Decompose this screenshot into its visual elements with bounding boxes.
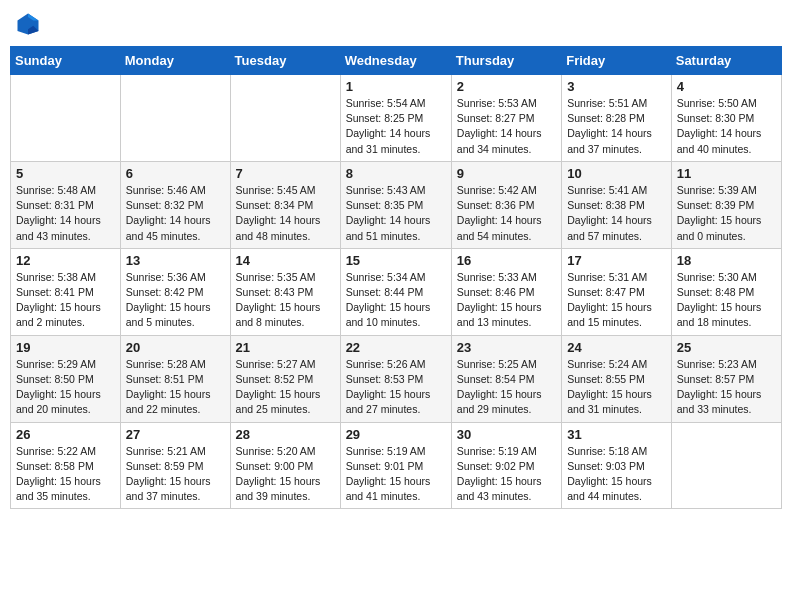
day-info: Sunrise: 5:26 AMSunset: 8:53 PMDaylight:… — [346, 357, 446, 418]
day-info: Sunrise: 5:22 AMSunset: 8:58 PMDaylight:… — [16, 444, 115, 505]
calendar-cell: 20Sunrise: 5:28 AMSunset: 8:51 PMDayligh… — [120, 335, 230, 422]
day-info: Sunrise: 5:51 AMSunset: 8:28 PMDaylight:… — [567, 96, 666, 157]
day-number: 20 — [126, 340, 225, 355]
calendar-cell: 27Sunrise: 5:21 AMSunset: 8:59 PMDayligh… — [120, 422, 230, 509]
calendar-cell: 25Sunrise: 5:23 AMSunset: 8:57 PMDayligh… — [671, 335, 781, 422]
day-number: 25 — [677, 340, 776, 355]
calendar-header-thursday: Thursday — [451, 47, 561, 75]
calendar-week-row: 1Sunrise: 5:54 AMSunset: 8:25 PMDaylight… — [11, 75, 782, 162]
logo-icon — [14, 10, 42, 38]
day-info: Sunrise: 5:19 AMSunset: 9:02 PMDaylight:… — [457, 444, 556, 505]
day-number: 12 — [16, 253, 115, 268]
calendar-week-row: 12Sunrise: 5:38 AMSunset: 8:41 PMDayligh… — [11, 248, 782, 335]
day-info: Sunrise: 5:28 AMSunset: 8:51 PMDaylight:… — [126, 357, 225, 418]
calendar-header-wednesday: Wednesday — [340, 47, 451, 75]
day-number: 21 — [236, 340, 335, 355]
day-number: 7 — [236, 166, 335, 181]
calendar-cell: 3Sunrise: 5:51 AMSunset: 8:28 PMDaylight… — [562, 75, 672, 162]
day-number: 30 — [457, 427, 556, 442]
day-number: 31 — [567, 427, 666, 442]
calendar-cell: 24Sunrise: 5:24 AMSunset: 8:55 PMDayligh… — [562, 335, 672, 422]
day-number: 24 — [567, 340, 666, 355]
day-number: 3 — [567, 79, 666, 94]
calendar-cell: 19Sunrise: 5:29 AMSunset: 8:50 PMDayligh… — [11, 335, 121, 422]
day-info: Sunrise: 5:41 AMSunset: 8:38 PMDaylight:… — [567, 183, 666, 244]
day-info: Sunrise: 5:35 AMSunset: 8:43 PMDaylight:… — [236, 270, 335, 331]
calendar-cell: 26Sunrise: 5:22 AMSunset: 8:58 PMDayligh… — [11, 422, 121, 509]
day-info: Sunrise: 5:43 AMSunset: 8:35 PMDaylight:… — [346, 183, 446, 244]
calendar-cell: 17Sunrise: 5:31 AMSunset: 8:47 PMDayligh… — [562, 248, 672, 335]
day-number: 22 — [346, 340, 446, 355]
day-info: Sunrise: 5:46 AMSunset: 8:32 PMDaylight:… — [126, 183, 225, 244]
calendar-cell: 13Sunrise: 5:36 AMSunset: 8:42 PMDayligh… — [120, 248, 230, 335]
calendar-header-tuesday: Tuesday — [230, 47, 340, 75]
calendar-cell: 5Sunrise: 5:48 AMSunset: 8:31 PMDaylight… — [11, 161, 121, 248]
day-number: 26 — [16, 427, 115, 442]
calendar-header-row: SundayMondayTuesdayWednesdayThursdayFrid… — [11, 47, 782, 75]
day-number: 11 — [677, 166, 776, 181]
calendar-cell: 22Sunrise: 5:26 AMSunset: 8:53 PMDayligh… — [340, 335, 451, 422]
calendar-cell: 11Sunrise: 5:39 AMSunset: 8:39 PMDayligh… — [671, 161, 781, 248]
day-info: Sunrise: 5:33 AMSunset: 8:46 PMDaylight:… — [457, 270, 556, 331]
calendar-cell: 18Sunrise: 5:30 AMSunset: 8:48 PMDayligh… — [671, 248, 781, 335]
day-number: 29 — [346, 427, 446, 442]
day-info: Sunrise: 5:20 AMSunset: 9:00 PMDaylight:… — [236, 444, 335, 505]
day-number: 23 — [457, 340, 556, 355]
day-number: 2 — [457, 79, 556, 94]
calendar-cell: 1Sunrise: 5:54 AMSunset: 8:25 PMDaylight… — [340, 75, 451, 162]
calendar-cell — [671, 422, 781, 509]
day-number: 13 — [126, 253, 225, 268]
day-number: 1 — [346, 79, 446, 94]
calendar-header-sunday: Sunday — [11, 47, 121, 75]
calendar-header-saturday: Saturday — [671, 47, 781, 75]
day-info: Sunrise: 5:36 AMSunset: 8:42 PMDaylight:… — [126, 270, 225, 331]
calendar-cell: 2Sunrise: 5:53 AMSunset: 8:27 PMDaylight… — [451, 75, 561, 162]
calendar-cell: 31Sunrise: 5:18 AMSunset: 9:03 PMDayligh… — [562, 422, 672, 509]
day-number: 5 — [16, 166, 115, 181]
day-number: 9 — [457, 166, 556, 181]
calendar-cell — [120, 75, 230, 162]
calendar-header-monday: Monday — [120, 47, 230, 75]
page-header — [10, 10, 782, 38]
day-number: 16 — [457, 253, 556, 268]
day-info: Sunrise: 5:31 AMSunset: 8:47 PMDaylight:… — [567, 270, 666, 331]
day-info: Sunrise: 5:25 AMSunset: 8:54 PMDaylight:… — [457, 357, 556, 418]
day-info: Sunrise: 5:45 AMSunset: 8:34 PMDaylight:… — [236, 183, 335, 244]
calendar-cell: 8Sunrise: 5:43 AMSunset: 8:35 PMDaylight… — [340, 161, 451, 248]
calendar-cell — [11, 75, 121, 162]
day-number: 28 — [236, 427, 335, 442]
day-info: Sunrise: 5:53 AMSunset: 8:27 PMDaylight:… — [457, 96, 556, 157]
day-info: Sunrise: 5:39 AMSunset: 8:39 PMDaylight:… — [677, 183, 776, 244]
day-number: 10 — [567, 166, 666, 181]
day-info: Sunrise: 5:54 AMSunset: 8:25 PMDaylight:… — [346, 96, 446, 157]
calendar-table: SundayMondayTuesdayWednesdayThursdayFrid… — [10, 46, 782, 509]
day-info: Sunrise: 5:24 AMSunset: 8:55 PMDaylight:… — [567, 357, 666, 418]
day-info: Sunrise: 5:48 AMSunset: 8:31 PMDaylight:… — [16, 183, 115, 244]
day-number: 15 — [346, 253, 446, 268]
day-number: 4 — [677, 79, 776, 94]
day-info: Sunrise: 5:38 AMSunset: 8:41 PMDaylight:… — [16, 270, 115, 331]
calendar-cell: 29Sunrise: 5:19 AMSunset: 9:01 PMDayligh… — [340, 422, 451, 509]
calendar-cell: 9Sunrise: 5:42 AMSunset: 8:36 PMDaylight… — [451, 161, 561, 248]
calendar-header-friday: Friday — [562, 47, 672, 75]
day-info: Sunrise: 5:34 AMSunset: 8:44 PMDaylight:… — [346, 270, 446, 331]
day-info: Sunrise: 5:21 AMSunset: 8:59 PMDaylight:… — [126, 444, 225, 505]
calendar-cell: 15Sunrise: 5:34 AMSunset: 8:44 PMDayligh… — [340, 248, 451, 335]
calendar-cell: 23Sunrise: 5:25 AMSunset: 8:54 PMDayligh… — [451, 335, 561, 422]
calendar-cell: 28Sunrise: 5:20 AMSunset: 9:00 PMDayligh… — [230, 422, 340, 509]
calendar-cell: 14Sunrise: 5:35 AMSunset: 8:43 PMDayligh… — [230, 248, 340, 335]
logo — [14, 10, 46, 38]
day-info: Sunrise: 5:19 AMSunset: 9:01 PMDaylight:… — [346, 444, 446, 505]
day-number: 8 — [346, 166, 446, 181]
calendar-cell: 21Sunrise: 5:27 AMSunset: 8:52 PMDayligh… — [230, 335, 340, 422]
day-number: 14 — [236, 253, 335, 268]
day-info: Sunrise: 5:29 AMSunset: 8:50 PMDaylight:… — [16, 357, 115, 418]
day-info: Sunrise: 5:30 AMSunset: 8:48 PMDaylight:… — [677, 270, 776, 331]
calendar-cell: 6Sunrise: 5:46 AMSunset: 8:32 PMDaylight… — [120, 161, 230, 248]
day-number: 19 — [16, 340, 115, 355]
day-info: Sunrise: 5:42 AMSunset: 8:36 PMDaylight:… — [457, 183, 556, 244]
day-number: 6 — [126, 166, 225, 181]
calendar-week-row: 5Sunrise: 5:48 AMSunset: 8:31 PMDaylight… — [11, 161, 782, 248]
calendar-cell: 16Sunrise: 5:33 AMSunset: 8:46 PMDayligh… — [451, 248, 561, 335]
day-info: Sunrise: 5:23 AMSunset: 8:57 PMDaylight:… — [677, 357, 776, 418]
